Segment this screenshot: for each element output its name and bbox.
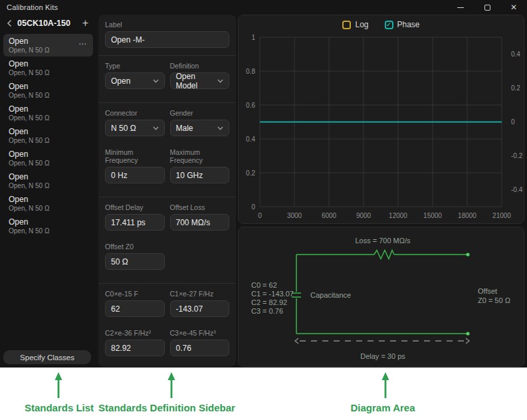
type-select[interactable]: Open — [105, 72, 165, 89]
chevron-down-icon — [217, 126, 223, 130]
svg-text:0.8: 0.8 — [246, 68, 255, 75]
offset-label: Offset — [478, 287, 497, 295]
back-button[interactable] — [7, 19, 12, 27]
svg-text:18000: 18000 — [458, 212, 476, 219]
list-item[interactable]: OpenOpen, N 50 Ω⋯ — [3, 34, 93, 56]
min-frequency-input[interactable]: 0 Hz — [105, 167, 165, 183]
list-item[interactable]: OpenOpen, N 50 Ω — [3, 215, 93, 237]
log-checkbox[interactable]: ✓ Log — [342, 20, 368, 29]
list-item[interactable]: OpenOpen, N 50 Ω — [3, 102, 93, 124]
delay-label: Delay = 30 ps — [360, 352, 405, 360]
standards-list-header: 05CK10A-150 + — [0, 15, 96, 32]
phase-chart: 10.80.60.40.2003000600090001200015000180… — [239, 15, 524, 223]
list-item-subtitle: Open, N 50 Ω — [9, 137, 88, 145]
list-item-subtitle: Open, N 50 Ω — [9, 205, 88, 213]
maximize-icon — [484, 5, 490, 11]
maximize-button[interactable] — [474, 0, 500, 15]
phase-checkbox[interactable]: ✓ Phase — [385, 20, 420, 29]
loss-label: Loss = 700 MΩ/s — [355, 237, 411, 245]
node-dot — [466, 253, 469, 256]
definition-select[interactable]: Open Model — [170, 72, 230, 89]
list-item[interactable]: OpenOpen, N 50 Ω — [3, 79, 93, 102]
list-item-title: Open — [9, 172, 88, 182]
c1-value-label: C1 = -143.07 — [251, 290, 294, 298]
annotation-layer: Standards ListStandards Definition Sideb… — [0, 368, 527, 420]
coefficients-section: C0×e-15 F 62 C1×e-27 F/Hz -143.07 C2×e-3… — [98, 284, 236, 369]
screenshot-root: Calibration Kits ✕ 05CK10A-150 + OpenOpe… — [0, 0, 527, 420]
label-section: Label Open -M- — [98, 15, 236, 55]
min-frequency-field: Minimum Frequency 0 Hz — [105, 148, 165, 183]
c2-value-label: C2 = 82.92 — [251, 298, 287, 306]
c0-value-label: C0 = 62 — [251, 281, 277, 289]
offset-delay-input[interactable]: 17.411 ps — [105, 214, 165, 231]
list-item[interactable]: OpenOpen, N 50 Ω — [3, 169, 93, 192]
annotation-label: Standards Definition Sidebar — [98, 402, 235, 413]
more-options-button[interactable]: ⋯ — [78, 39, 87, 49]
type-field: Type Open — [105, 62, 165, 89]
c3-value-label: C3 = 0.76 — [251, 307, 283, 315]
list-item-subtitle: Open, N 50 Ω — [9, 159, 88, 167]
svg-text:15000: 15000 — [423, 212, 442, 219]
svg-text:0.4: 0.4 — [511, 51, 520, 58]
list-item-subtitle: Open, N 50 Ω — [9, 92, 88, 100]
resistor-icon — [374, 251, 394, 259]
c1-input[interactable]: -143.07 — [170, 300, 230, 317]
offset-delay-field: Offset Delay 17.411 ps — [105, 203, 165, 231]
svg-text:0: 0 — [511, 118, 515, 126]
close-icon: ✕ — [510, 3, 517, 11]
label-input[interactable]: Open -M- — [105, 31, 229, 48]
window-controls: ✕ — [447, 0, 527, 15]
c0-field: C0×e-15 F 62 — [105, 290, 165, 317]
list-item[interactable]: OpenOpen, N 50 Ω — [3, 147, 93, 169]
list-item[interactable]: OpenOpen, N 50 Ω — [3, 56, 93, 79]
chevron-down-icon — [153, 126, 159, 130]
list-item-subtitle: Open, N 50 Ω — [9, 227, 88, 235]
gender-select[interactable]: Male — [170, 120, 230, 136]
type-section: Type Open Definition Open Model — [98, 56, 236, 102]
label-field: Label Open -M- — [105, 21, 229, 48]
svg-text:0: 0 — [251, 203, 255, 211]
svg-text:1: 1 — [251, 34, 255, 41]
max-frequency-field: Maximum Frequency 10 GHz — [170, 148, 230, 189]
chart-legend: ✓ Log ✓ Phase — [239, 20, 524, 29]
list-item-title: Open — [9, 59, 88, 69]
window-title: Calibration Kits — [7, 3, 58, 11]
offset-loss-field: Offset Loss 700 MΩ/s — [170, 203, 230, 237]
svg-text:-0.4: -0.4 — [511, 186, 523, 193]
connector-section: Connector N 50 Ω Gender Male Minimum Fre… — [98, 103, 236, 197]
annotation-arrow-icon — [52, 371, 65, 399]
checkbox-checked-icon: ✓ — [385, 21, 393, 29]
close-button[interactable]: ✕ — [500, 0, 527, 15]
c3-input[interactable]: 0.76 — [170, 340, 230, 356]
annotation-label: Diagram Area — [351, 402, 415, 413]
svg-text:3000: 3000 — [287, 212, 302, 219]
list-item-title: Open — [9, 127, 88, 137]
svg-text:0.2: 0.2 — [246, 169, 255, 177]
svg-text:12000: 12000 — [389, 212, 407, 219]
chart-panel: ✓ Log ✓ Phase 10.80.60.40.20030006000900… — [238, 15, 524, 224]
list-item-title: Open — [9, 82, 88, 92]
standards-list-items: OpenOpen, N 50 Ω⋯OpenOpen, N 50 ΩOpenOpe… — [3, 34, 93, 237]
list-item[interactable]: OpenOpen, N 50 Ω — [3, 124, 93, 147]
connector-select[interactable]: N 50 Ω — [105, 120, 165, 136]
chevron-left-icon — [7, 19, 12, 27]
minimize-icon — [457, 7, 464, 8]
list-item[interactable]: OpenOpen, N 50 Ω — [3, 192, 93, 215]
offset-z0-input[interactable]: 50 Ω — [105, 253, 165, 270]
open-model-circuit-diagram: Loss = 700 MΩ/s C0 = 62 C1 = -143.07 C2 … — [239, 227, 524, 366]
offset-loss-input[interactable]: 700 MΩ/s — [170, 214, 230, 231]
max-frequency-input[interactable]: 10 GHz — [170, 167, 230, 183]
annotation-label: Standards List — [25, 402, 94, 413]
c2-input[interactable]: 82.92 — [105, 340, 165, 356]
add-standard-button[interactable]: + — [82, 18, 88, 29]
list-item-title: Open — [9, 37, 88, 47]
c3-field: C3×e-45 F/Hz³ 0.76 — [170, 329, 230, 362]
list-item-title: Open — [9, 104, 88, 114]
gender-field: Gender Male — [170, 109, 230, 142]
minimize-button[interactable] — [447, 0, 474, 15]
definition-field: Definition Open Model — [170, 62, 230, 95]
c0-input[interactable]: 62 — [105, 300, 165, 317]
chevron-down-icon — [217, 79, 223, 83]
kit-name: 05CK10A-150 — [17, 19, 70, 28]
specify-classes-button[interactable]: Specify Classes — [3, 350, 91, 364]
